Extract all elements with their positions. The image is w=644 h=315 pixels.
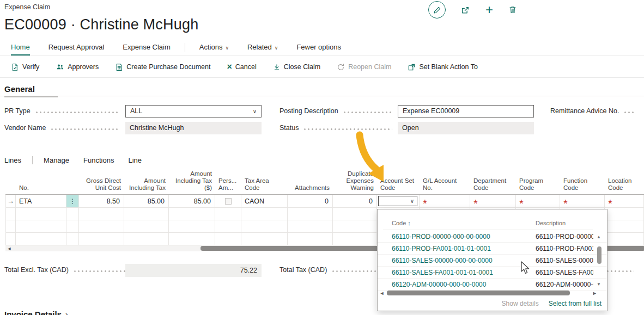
trash-icon[interactable] xyxy=(508,5,517,14)
dropdown-column-description[interactable]: Description xyxy=(536,220,566,226)
column-header-pers-amount[interactable]: Pers... Am... xyxy=(215,177,241,194)
column-header-location-code[interactable]: Location Code xyxy=(605,177,644,194)
close-claim-button[interactable]: Close Claim xyxy=(273,63,320,71)
tab-home[interactable]: Home xyxy=(11,43,30,55)
scrollbar-thumb[interactable] xyxy=(387,291,570,295)
lines-menu-functions[interactable]: Functions xyxy=(83,156,114,164)
empty-cell[interactable] xyxy=(124,220,169,232)
empty-cell[interactable] xyxy=(241,208,288,220)
share-icon[interactable] xyxy=(461,5,470,15)
posting-description-input[interactable]: Expense EC00009 xyxy=(398,105,534,118)
empty-cell[interactable] xyxy=(169,220,215,232)
edit-pencil-icon[interactable] xyxy=(428,1,446,18)
column-header-account-set-code[interactable]: Account Set Code xyxy=(377,177,420,194)
empty-cell[interactable] xyxy=(215,220,241,232)
account-set-code-select[interactable]: ∨ xyxy=(378,196,417,206)
cell-amount-including-tax[interactable]: 85.00 xyxy=(124,195,169,207)
lines-menu-line[interactable]: Line xyxy=(128,156,142,164)
empty-cell[interactable] xyxy=(169,208,215,220)
empty-cell[interactable] xyxy=(16,233,66,245)
cell-amount-including-tax-usd[interactable]: 85.00 xyxy=(169,195,215,207)
list-item[interactable]: 66110-PROD-FA001-001-01-0001 66110-PROD-… xyxy=(378,243,607,255)
empty-cell[interactable] xyxy=(215,208,241,220)
column-header-amount-including-tax-usd[interactable]: Amount Including Tax ($) xyxy=(169,170,215,194)
tab-related[interactable]: Related∨ xyxy=(247,43,278,54)
cell-gross-direct-unit-cost[interactable]: 8.50 xyxy=(79,195,124,207)
select-from-full-list-link[interactable]: Select from full list xyxy=(549,300,602,307)
cell-tax-area-code[interactable]: CAON xyxy=(241,195,288,207)
empty-cell[interactable] xyxy=(66,220,79,232)
empty-cell[interactable] xyxy=(215,233,241,245)
cell-department-code[interactable]: * xyxy=(470,195,516,207)
lines-menu-manage[interactable]: Manage xyxy=(44,156,69,164)
row-menu-icon[interactable]: ⋮ xyxy=(66,195,79,207)
empty-cell[interactable] xyxy=(333,220,377,232)
empty-cell[interactable] xyxy=(605,208,644,220)
empty-cell[interactable] xyxy=(79,208,124,220)
empty-cell[interactable] xyxy=(16,220,66,232)
empty-cell[interactable] xyxy=(5,208,16,220)
tab-fewer-options[interactable]: Fewer options xyxy=(296,43,341,54)
column-header-gross-direct-unit-cost[interactable]: Gross Direct Unit Cost xyxy=(79,177,124,194)
empty-cell[interactable] xyxy=(288,208,333,220)
pr-type-select[interactable]: ALL ∨ xyxy=(125,105,262,118)
scroll-left-icon[interactable]: ◄ xyxy=(5,246,13,251)
dropdown-horizontal-scrollbar[interactable]: ◄ ► xyxy=(378,289,607,297)
empty-cell[interactable] xyxy=(66,208,79,220)
column-header-department-code[interactable]: Department Code xyxy=(470,177,516,194)
cancel-button[interactable]: × Cancel xyxy=(227,63,257,71)
create-purchase-document-button[interactable]: Create Purchase Document xyxy=(115,63,210,71)
list-item[interactable]: 66110-SALES-00000-000-00-0000 66110-SALE… xyxy=(378,255,607,267)
add-icon[interactable]: + xyxy=(485,4,493,15)
empty-cell[interactable] xyxy=(241,220,288,232)
cell-gl-account-no[interactable]: * xyxy=(420,195,470,207)
dropdown-vertical-scrollbar-thumb[interactable] xyxy=(597,246,602,264)
dropdown-column-code[interactable]: Code ↑ xyxy=(392,220,411,226)
list-item[interactable]: 66110-PROD-00000-000-00-0000 66110-PROD-… xyxy=(378,231,607,243)
list-item[interactable]: 66120-ADM-00000-000-00-0000 66120-ADM-00… xyxy=(378,279,607,291)
set-blank-action-to-button[interactable]: Set Blank Action To xyxy=(408,63,477,71)
list-item[interactable]: 66110-SALES-FA001-001-01-0001 66110-SALE… xyxy=(378,267,607,279)
empty-cell[interactable] xyxy=(333,233,377,245)
empty-cell[interactable] xyxy=(5,233,16,245)
checkbox-unchecked[interactable] xyxy=(225,198,232,205)
column-header-program-code[interactable]: Program Code xyxy=(516,177,560,194)
empty-cell[interactable] xyxy=(124,208,169,220)
column-header-no[interactable]: No. xyxy=(16,184,66,194)
scroll-down-icon[interactable]: ▼ xyxy=(597,282,601,287)
column-header-amount-including-tax[interactable]: Amount Including Tax xyxy=(124,177,169,194)
cell-duplicate-expenses-warning[interactable]: 0 xyxy=(333,195,377,207)
cell-function-code[interactable]: * xyxy=(560,195,605,207)
empty-cell[interactable] xyxy=(288,220,333,232)
cell-program-code[interactable]: * xyxy=(516,195,560,207)
empty-cell[interactable] xyxy=(333,208,377,220)
empty-cell[interactable] xyxy=(605,220,644,232)
section-title-invoice-details[interactable]: Invoice Details › xyxy=(4,310,68,315)
empty-cell[interactable] xyxy=(79,233,124,245)
empty-cell[interactable] xyxy=(241,233,288,245)
column-header-tax-area-code[interactable]: Tax Area Code xyxy=(241,177,288,194)
column-header-duplicate-expenses-warning[interactable]: Duplicate Expenses Warning xyxy=(333,170,377,194)
scroll-left-icon[interactable]: ◄ xyxy=(378,291,386,296)
cell-location-code[interactable]: * xyxy=(605,195,644,207)
column-header-gl-account-no[interactable]: G/L Account No. xyxy=(420,177,470,194)
lines-caption[interactable]: Lines xyxy=(4,156,21,164)
empty-cell[interactable] xyxy=(124,233,169,245)
verify-button[interactable]: Verify xyxy=(11,63,39,71)
tab-request-approval[interactable]: Request Approval xyxy=(48,43,105,54)
empty-cell[interactable] xyxy=(288,233,333,245)
column-header-function-code[interactable]: Function Code xyxy=(560,177,605,194)
approvers-button[interactable]: Approvers xyxy=(56,63,99,71)
empty-cell[interactable] xyxy=(605,233,644,245)
empty-cell[interactable] xyxy=(16,208,66,220)
tab-expense-claim[interactable]: Expense Claim xyxy=(123,43,170,54)
empty-cell[interactable] xyxy=(5,220,16,232)
section-title-general[interactable]: General xyxy=(4,84,35,94)
cell-attachments[interactable]: 0 xyxy=(288,195,333,207)
empty-cell[interactable] xyxy=(169,233,215,245)
tab-actions[interactable]: Actions∨ xyxy=(199,43,229,54)
scroll-right-icon[interactable]: ► xyxy=(592,291,597,296)
cell-no[interactable]: ETA xyxy=(16,195,66,207)
empty-cell[interactable] xyxy=(79,220,124,232)
scroll-up-icon[interactable]: ▲ xyxy=(597,234,601,239)
